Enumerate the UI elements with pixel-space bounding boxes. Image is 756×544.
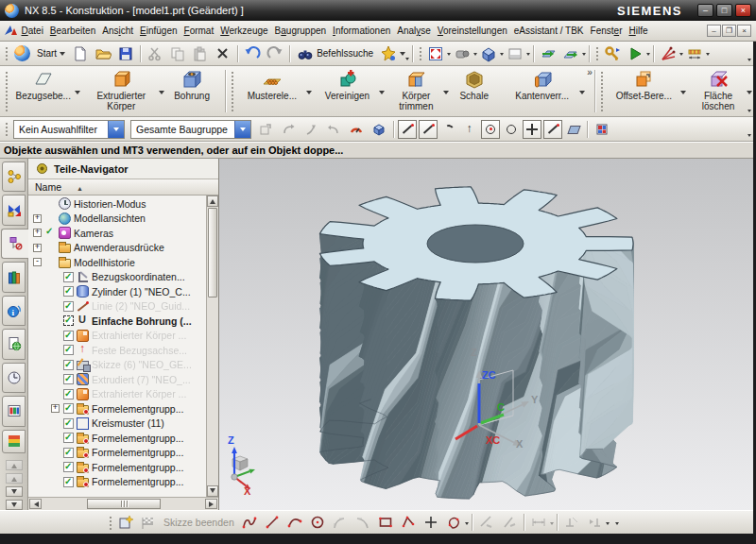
orient-view-button[interactable] — [452, 43, 472, 64]
feature-checkbox[interactable] — [63, 403, 74, 414]
tree-row[interactable]: Extrudiert (7) "NEO_... — [28, 372, 206, 387]
expand-toggle-icon[interactable] — [51, 404, 60, 413]
tree-row[interactable]: Linie (2) "NEO_Guid... — [28, 299, 206, 314]
feature-checkbox[interactable] — [63, 389, 74, 400]
toolbar-overflow-chevron-icon[interactable] — [587, 67, 593, 77]
snap-point-on-face[interactable] — [564, 120, 583, 139]
display-grid-button[interactable] — [592, 119, 612, 140]
tree-row[interactable]: Zylinder (1) "NEO_C... — [28, 284, 206, 299]
dimension-dropdown-icon[interactable] — [550, 522, 554, 527]
feature-checkbox[interactable] — [63, 301, 74, 312]
tree-row[interactable]: Anwenderausdrücke — [28, 241, 206, 256]
chevron-down-icon[interactable] — [75, 91, 80, 97]
expand-toggle-icon[interactable] — [33, 244, 42, 252]
assembly-navigator-tab[interactable] — [2, 162, 26, 192]
start-menu-button[interactable]: Start — [34, 43, 68, 64]
constraints-dropdown-icon[interactable] — [606, 522, 610, 527]
extrude-button[interactable]: Extrudierter Körper — [82, 66, 166, 116]
hole-button[interactable]: Bohrung — [166, 66, 223, 116]
point-button[interactable] — [421, 512, 441, 533]
menu-werkzeuge[interactable]: Werkzeuge — [217, 23, 271, 39]
interpart-select-button[interactable] — [255, 119, 276, 140]
part-navigator-tab[interactable] — [1, 229, 28, 259]
constraints-button[interactable] — [658, 43, 679, 64]
background-button[interactable] — [505, 43, 525, 64]
combo-dropdown-icon[interactable] — [234, 121, 250, 138]
offset-region-button[interactable]: Offset-Bere... — [606, 66, 688, 116]
close-button[interactable]: × — [735, 4, 751, 17]
tree-row[interactable]: Modellansichten — [28, 212, 206, 227]
fit-dropdown-icon[interactable] — [447, 53, 451, 58]
snap-point-on-curve[interactable] — [543, 120, 562, 139]
sketch-task-button[interactable] — [115, 512, 136, 533]
toolbar-overflow-icon[interactable] — [747, 110, 751, 114]
edit-section-button[interactable] — [538, 43, 558, 64]
arc-button[interactable] — [284, 512, 305, 533]
polygon-button[interactable] — [398, 512, 419, 533]
assistant-button[interactable] — [378, 43, 399, 64]
fit-view-button[interactable] — [425, 43, 446, 64]
scroll-right-icon[interactable] — [205, 499, 217, 509]
scrollbar-thumb[interactable] — [208, 208, 217, 298]
tree-row[interactable]: Formelementgrupp... — [28, 401, 206, 416]
toolbar-overflow-icon[interactable] — [615, 522, 619, 527]
tree-row[interactable]: Einfache Bohrung (... — [28, 314, 206, 329]
scroll-up-icon[interactable] — [207, 196, 218, 207]
finish-flag-icon[interactable] — [138, 512, 159, 533]
dimension-button[interactable] — [684, 43, 705, 64]
toolbar-grip[interactable] — [4, 121, 9, 137]
menu-baugruppen[interactable]: Baugruppen — [271, 23, 330, 39]
toolbar-more-icon[interactable] — [405, 58, 409, 62]
datum-plane-button[interactable]: Bezugsebe... — [10, 66, 82, 116]
scroll-up-button[interactable] — [6, 473, 23, 484]
save-button[interactable] — [115, 43, 136, 64]
key-button[interactable] — [602, 43, 623, 64]
quick-extend-button[interactable] — [499, 512, 520, 533]
menu-informationen[interactable]: Informationen — [330, 23, 394, 39]
graphics-viewport[interactable]: Z ZC Y C X XC Z X — [219, 159, 756, 510]
mdi-restore-button[interactable]: ❐ — [722, 25, 736, 37]
minimize-button[interactable]: – — [697, 4, 713, 17]
vertical-scrollbar[interactable] — [206, 196, 218, 497]
tree-row[interactable]: Feste Bezugsachse... — [28, 343, 206, 358]
spline-dropdown-icon[interactable] — [465, 522, 469, 527]
open-file-button[interactable] — [93, 43, 113, 64]
tree-row[interactable]: Formelementgrupp... — [28, 431, 206, 446]
feature-checkbox[interactable] — [63, 418, 74, 429]
deselect-button[interactable] — [323, 119, 344, 140]
copy-button[interactable] — [167, 43, 188, 64]
quick-trim-button[interactable] — [476, 512, 497, 533]
snap-arc-center[interactable] — [481, 120, 500, 139]
menu-einfuegen[interactable]: Einfügen — [137, 23, 180, 39]
feature-checkbox[interactable] — [63, 315, 74, 326]
combo-dropdown-icon[interactable] — [108, 121, 124, 138]
tree-row[interactable]: Historien-Modus — [28, 196, 206, 212]
menu-voreinstellungen[interactable]: Voreinstellungen — [434, 23, 510, 39]
toolbar-overflow-icon[interactable] — [747, 59, 751, 63]
shell-button[interactable]: Schale — [451, 66, 503, 116]
clip-dropdown-icon[interactable] — [582, 53, 586, 58]
playback-button[interactable] — [625, 43, 645, 64]
orient-dropdown-icon[interactable] — [473, 53, 477, 58]
toolbar-grip[interactable] — [108, 515, 112, 530]
internet-page-tab[interactable] — [2, 329, 26, 359]
selection-scope-combo[interactable]: Gesamte Baugruppe — [130, 120, 251, 139]
solid-body-button[interactable] — [369, 119, 389, 140]
undo-button[interactable] — [242, 43, 263, 64]
gear-model[interactable] — [219, 159, 756, 510]
background-dropdown-icon[interactable] — [526, 53, 530, 58]
chevron-down-icon[interactable] — [443, 91, 449, 97]
feature-checkbox[interactable] — [63, 477, 74, 487]
menu-ansicht[interactable]: Ansicht — [99, 23, 137, 39]
scrollbar-thumb[interactable] — [87, 499, 161, 509]
reuse-library-tab[interactable] — [2, 262, 26, 292]
paste-button[interactable] — [190, 43, 211, 64]
feature-checkbox[interactable] — [63, 360, 74, 370]
snap-quadrant[interactable] — [502, 120, 521, 139]
command-search-button[interactable]: Befehlssuche — [294, 43, 376, 64]
delete-face-button[interactable]: Fläche löschen — [688, 66, 754, 116]
rectangle-button[interactable] — [375, 512, 396, 533]
menu-fenster[interactable]: Fenster — [587, 23, 626, 39]
snap-endpoint[interactable] — [398, 120, 417, 139]
tree-row[interactable]: Formelementgrupp... — [28, 475, 206, 490]
